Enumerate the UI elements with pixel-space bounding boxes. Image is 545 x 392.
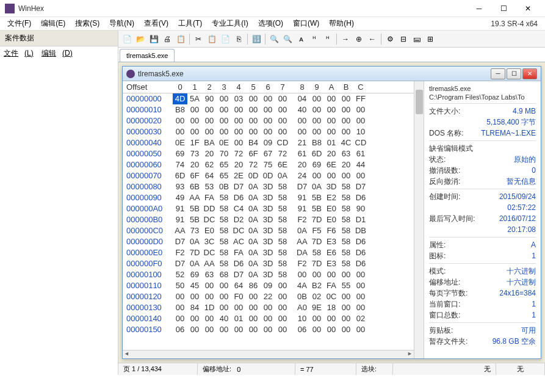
- hex-byte[interactable]: 04: [295, 93, 309, 104]
- hex-byte[interactable]: 73: [187, 148, 202, 159]
- hex-byte[interactable]: 64: [231, 280, 246, 291]
- hex-byte[interactable]: 00: [231, 115, 246, 126]
- hex-byte[interactable]: 3D: [261, 258, 275, 269]
- hex-byte[interactable]: 00: [202, 313, 217, 324]
- hex-byte[interactable]: 00: [261, 313, 275, 324]
- hex-byte[interactable]: 00: [324, 313, 339, 324]
- hex-byte[interactable]: 20: [231, 159, 246, 170]
- menu-options[interactable]: 选项(O): [253, 17, 288, 30]
- hex-byte[interactable]: 5B: [309, 203, 324, 214]
- hex-byte[interactable]: 91: [295, 192, 309, 203]
- hex-byte[interactable]: 58: [275, 247, 290, 258]
- toolbar-button-16[interactable]: ᴴ: [308, 33, 320, 45]
- hex-byte[interactable]: F5: [309, 225, 324, 236]
- toolbar-button-1[interactable]: 📂: [134, 33, 146, 45]
- hex-byte[interactable]: CD: [353, 137, 368, 148]
- hex-byte[interactable]: 00: [309, 324, 324, 335]
- hex-byte[interactable]: 00: [202, 115, 217, 126]
- hex-byte[interactable]: 00: [173, 313, 187, 324]
- hex-byte[interactable]: AC: [231, 236, 246, 247]
- child-titlebar[interactable]: tlremask5.exe ─ ☐ ✕: [123, 67, 541, 81]
- hex-byte[interactable]: 5B: [187, 214, 202, 225]
- menu-edit[interactable]: 编辑(E): [36, 17, 70, 30]
- hex-byte[interactable]: 02: [309, 291, 324, 302]
- hex-byte[interactable]: 00: [246, 291, 261, 302]
- hex-byte[interactable]: 00: [339, 324, 353, 335]
- hex-byte[interactable]: 0A: [246, 247, 261, 258]
- hex-byte[interactable]: BA: [202, 137, 217, 148]
- child-close-button[interactable]: ✕: [522, 68, 537, 79]
- hex-byte[interactable]: 00: [353, 291, 368, 302]
- hex-byte[interactable]: 68: [217, 269, 231, 280]
- toolbar-button-20[interactable]: ⊕: [353, 33, 365, 45]
- hex-byte[interactable]: 58: [217, 214, 231, 225]
- hex-byte[interactable]: 00: [202, 280, 217, 291]
- hex-byte[interactable]: 3D: [261, 247, 275, 258]
- hex-byte[interactable]: 00: [324, 269, 339, 280]
- hex-byte[interactable]: CD: [275, 137, 290, 148]
- hex-byte[interactable]: 00: [309, 269, 324, 280]
- hex-byte[interactable]: 0D: [246, 170, 261, 181]
- hex-byte[interactable]: 64: [202, 170, 217, 181]
- hex-byte[interactable]: 0A: [246, 225, 261, 236]
- hex-byte[interactable]: 06: [173, 324, 187, 335]
- hex-byte[interactable]: 65: [217, 170, 231, 181]
- hex-byte[interactable]: 7D: [309, 236, 324, 247]
- hex-byte[interactable]: F2: [173, 247, 187, 258]
- hex-byte[interactable]: 00: [261, 104, 275, 115]
- tab-file[interactable]: tlremask5.exe: [120, 49, 175, 62]
- hex-byte[interactable]: 58: [339, 203, 353, 214]
- hex-byte[interactable]: 58: [275, 225, 290, 236]
- hex-byte[interactable]: 58: [339, 247, 353, 258]
- hex-byte[interactable]: 3D: [261, 214, 275, 225]
- toolbar-button-4[interactable]: 📋: [175, 33, 187, 45]
- hex-byte[interactable]: 40: [217, 313, 231, 324]
- hex-byte[interactable]: 20: [339, 159, 353, 170]
- hex-byte[interactable]: 58: [275, 214, 290, 225]
- hex-byte[interactable]: 00: [202, 126, 217, 137]
- menu-search[interactable]: 搜索(S): [70, 17, 104, 30]
- hex-byte[interactable]: 3D: [261, 181, 275, 192]
- hex-byte[interactable]: 0B: [217, 181, 231, 192]
- hex-byte[interactable]: 00: [275, 104, 290, 115]
- hex-byte[interactable]: 10: [295, 313, 309, 324]
- hex-byte[interactable]: 22: [261, 291, 275, 302]
- hex-byte[interactable]: 24: [295, 170, 309, 181]
- maximize-button[interactable]: ☐: [491, 0, 516, 17]
- hex-byte[interactable]: 00: [217, 93, 231, 104]
- hex-byte[interactable]: 1D: [202, 302, 217, 313]
- menu-file[interactable]: 文件(F): [2, 17, 36, 30]
- hex-byte[interactable]: 58: [339, 214, 353, 225]
- hex-byte[interactable]: FA: [231, 247, 246, 258]
- hex-byte[interactable]: 4C: [339, 137, 353, 148]
- hex-byte[interactable]: 7D: [187, 247, 202, 258]
- hex-byte[interactable]: 00: [173, 291, 187, 302]
- toolbar-button-0[interactable]: 📄: [121, 33, 133, 45]
- hex-byte[interactable]: DD: [202, 203, 217, 214]
- hex-byte[interactable]: 69: [309, 159, 324, 170]
- hex-byte[interactable]: 00: [217, 291, 231, 302]
- hex-byte[interactable]: 7D: [309, 214, 324, 225]
- hex-byte[interactable]: 0B: [295, 291, 309, 302]
- toolbar-button-23[interactable]: ⚙: [384, 33, 396, 45]
- hex-byte[interactable]: 58: [309, 247, 324, 258]
- hex-byte[interactable]: 21: [295, 137, 309, 148]
- hex-byte[interactable]: 00: [246, 115, 261, 126]
- scrollbar-thumb[interactable]: [416, 90, 423, 114]
- hex-byte[interactable]: 00: [324, 93, 339, 104]
- hex-byte[interactable]: 90: [202, 93, 217, 104]
- hex-byte[interactable]: 0A: [187, 236, 202, 247]
- hex-byte[interactable]: 00: [261, 115, 275, 126]
- hex-byte[interactable]: E6: [324, 247, 339, 258]
- hex-byte[interactable]: 58: [275, 236, 290, 247]
- hex-byte[interactable]: 0A: [246, 236, 261, 247]
- hex-byte[interactable]: E2: [324, 192, 339, 203]
- hex-byte[interactable]: D2: [231, 214, 246, 225]
- hex-byte[interactable]: F2: [295, 214, 309, 225]
- hex-byte[interactable]: 58: [339, 192, 353, 203]
- hex-byte[interactable]: 00: [261, 302, 275, 313]
- hex-byte[interactable]: 00: [339, 104, 353, 115]
- hex-byte[interactable]: 0A: [275, 170, 290, 181]
- hex-byte[interactable]: 00: [231, 324, 246, 335]
- hex-byte[interactable]: 5A: [187, 93, 202, 104]
